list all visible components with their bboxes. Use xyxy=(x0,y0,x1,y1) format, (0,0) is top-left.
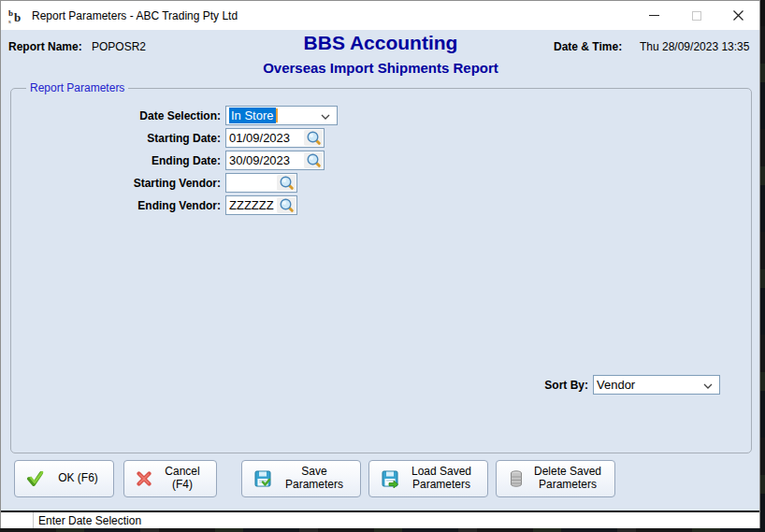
chevron-down-icon xyxy=(703,383,713,389)
cancel-button-label: Cancel (F4) xyxy=(156,466,209,492)
date-selection-combobox[interactable]: In Store xyxy=(225,106,338,125)
starting-vendor-label: Starting Vendor: xyxy=(6,177,221,190)
starting-date-field[interactable]: 01/09/2023 xyxy=(225,128,325,148)
load-saved-parameters-label: Load Saved Parameters xyxy=(403,466,480,492)
close-icon xyxy=(733,10,743,21)
ending-vendor-label: Ending Vendor: xyxy=(6,199,221,212)
check-icon xyxy=(26,469,47,488)
magnifier-icon xyxy=(279,175,295,191)
header: Report Name: POPOSR2 BBS Accounting Over… xyxy=(1,30,759,88)
delete-saved-parameters-button[interactable]: Delete Saved Parameters xyxy=(496,460,615,497)
ending-vendor-field[interactable]: ZZZZZZ xyxy=(225,195,297,215)
sort-by-value: Vendor xyxy=(597,378,635,392)
minimize-icon xyxy=(649,15,659,16)
magnifier-icon xyxy=(279,197,295,213)
delete-saved-parameters-label: Delete Saved Parameters xyxy=(528,466,607,492)
bbs-app-icon: b s b xyxy=(7,7,26,25)
magnifier-icon xyxy=(306,152,322,168)
starting-vendor-field[interactable] xyxy=(225,173,297,193)
ending-date-value: 30/09/2023 xyxy=(226,153,304,167)
status-bar-cell xyxy=(1,512,34,528)
status-message: Enter Date Selection xyxy=(34,514,141,527)
maximize-button xyxy=(675,2,717,30)
datetime-value: Thu 28/09/2023 13:35 xyxy=(640,40,749,53)
magnifier-icon xyxy=(306,130,322,146)
cancel-button[interactable]: Cancel (F4) xyxy=(123,460,217,497)
starting-vendor-lookup-button[interactable] xyxy=(277,175,296,191)
status-bar: Enter Date Selection xyxy=(1,510,759,528)
save-disk-icon xyxy=(253,469,272,488)
date-selection-label: Date Selection: xyxy=(6,109,221,122)
ending-date-lookup-button[interactable] xyxy=(304,152,323,168)
load-saved-parameters-button[interactable]: Load Saved Parameters xyxy=(368,460,488,497)
date-selection-value: In Store xyxy=(229,108,276,123)
groupbox-label: Report Parameters xyxy=(26,81,128,94)
report-parameters-window: b s b Report Parameters - ABC Trading Pt… xyxy=(0,0,760,528)
svg-text:b: b xyxy=(8,8,13,18)
ok-button[interactable]: OK (F6) xyxy=(14,460,114,497)
datetime-label: Date & Time: xyxy=(554,40,622,53)
save-parameters-label: Save Parameters xyxy=(276,466,353,492)
minimize-button[interactable] xyxy=(633,2,675,30)
svg-text:s: s xyxy=(8,18,11,25)
ending-date-label: Ending Date: xyxy=(6,154,221,167)
window-title: Report Parameters - ABC Trading Pty Ltd xyxy=(32,9,633,22)
close-button[interactable] xyxy=(717,2,759,30)
sort-by-combobox[interactable]: Vendor xyxy=(593,375,720,395)
chevron-down-icon xyxy=(321,114,330,120)
ending-vendor-value: ZZZZZZ xyxy=(226,198,277,212)
ok-button-label: OK (F6) xyxy=(51,472,106,485)
ending-vendor-lookup-button[interactable] xyxy=(277,197,296,213)
x-icon xyxy=(136,470,152,487)
starting-date-lookup-button[interactable] xyxy=(304,130,323,146)
load-disk-icon xyxy=(381,469,399,488)
page-title: Overseas Import Shipments Report xyxy=(1,60,760,76)
maximize-icon xyxy=(692,11,701,21)
titlebar: b s b Report Parameters - ABC Trading Pt… xyxy=(1,1,759,30)
save-parameters-button[interactable]: Save Parameters xyxy=(241,460,361,497)
sort-by-label: Sort By: xyxy=(469,379,588,392)
trash-bin-icon xyxy=(508,469,525,488)
starting-date-label: Starting Date: xyxy=(6,132,221,145)
starting-date-value: 01/09/2023 xyxy=(226,131,304,145)
text-caret xyxy=(276,108,278,122)
svg-text:b: b xyxy=(14,10,21,24)
ending-date-field[interactable]: 30/09/2023 xyxy=(225,151,325,170)
